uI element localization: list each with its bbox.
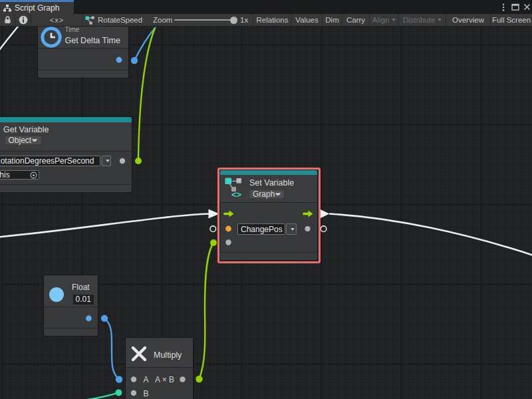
zoom-value: 1x	[240, 16, 248, 24]
port-setvariable-value-out[interactable]	[305, 226, 311, 231]
window-menu-button[interactable]	[501, 0, 506, 14]
window-close-button[interactable]	[523, 0, 531, 14]
port-setvariable-value-in[interactable]	[225, 239, 231, 245]
info-button[interactable]	[16, 14, 31, 26]
script-graph-icon	[3, 5, 11, 12]
tab-label: Script Graph	[15, 3, 59, 13]
distribute-caret-icon	[438, 19, 442, 21]
kebab-menu-icon	[501, 3, 506, 11]
port-multiply-b[interactable]	[131, 390, 136, 396]
lock-button[interactable]	[0, 14, 15, 26]
zoom-slider[interactable]	[174, 19, 234, 21]
breadcrumb-label: RotateSpeed	[98, 16, 142, 24]
maximize-icon	[511, 3, 519, 11]
blackboard-toggle-button[interactable]: <x>	[32, 14, 82, 26]
toolbar-button-carry[interactable]: Carry	[342, 14, 369, 26]
close-icon	[523, 3, 531, 11]
toolbar-button-dim[interactable]: Dim	[322, 14, 342, 26]
port-deltatime-out[interactable]	[116, 57, 122, 63]
graph-toolbar: <x> RotateSpeed Zoom 1x Relations Values…	[0, 14, 532, 27]
toolbar-toggle-group: Relations Values Dim Carry Align Distrib…	[253, 14, 532, 26]
port-setvariable-name[interactable]	[225, 226, 231, 232]
toolbar-button-align[interactable]: Align	[369, 14, 398, 26]
lock-icon	[4, 16, 11, 24]
tab-bar: Script Graph	[0, 0, 532, 14]
toolbar-button-fullscreen[interactable]: Full Screen	[490, 14, 532, 26]
port-flow-out[interactable]	[303, 211, 313, 217]
breadcrumb[interactable]: RotateSpeed	[85, 14, 142, 26]
tab-script-graph[interactable]: Script Graph	[0, 0, 74, 14]
graph-canvas[interactable]: Time Get Delta Time Get Variable Object …	[0, 27, 532, 399]
zoom-slider-handle[interactable]	[230, 17, 237, 24]
toolbar-button-values[interactable]: Values	[291, 14, 322, 26]
zoom-label: Zoom	[153, 16, 172, 24]
graph-asset-icon	[85, 16, 95, 25]
port-float-out[interactable]	[86, 315, 92, 321]
port-multiply-a[interactable]	[131, 376, 136, 382]
toolbar-button-relations[interactable]: Relations	[253, 14, 291, 26]
port-getvariable-out[interactable]	[120, 158, 125, 164]
variables-icon: <x>	[50, 16, 64, 24]
toolbar-button-overview[interactable]: Overview	[446, 14, 490, 26]
port-layer	[0, 27, 532, 399]
port-multiply-result[interactable]	[180, 376, 185, 382]
port-flow-in[interactable]	[224, 211, 234, 217]
window-maximize-button[interactable]	[511, 0, 519, 14]
align-caret-icon	[392, 19, 396, 21]
toolbar-button-distribute[interactable]: Distribute	[398, 14, 446, 26]
info-icon	[19, 15, 28, 25]
script-graph-window: Script Graph	[0, 0, 532, 399]
